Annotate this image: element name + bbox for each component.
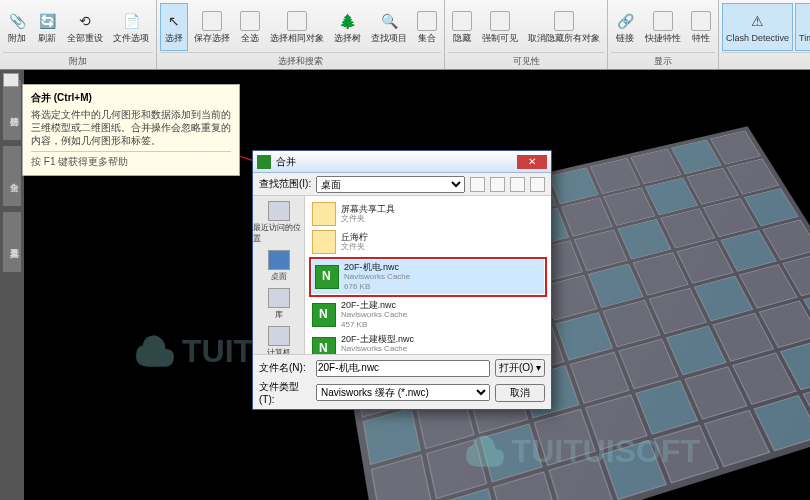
lookin-bar: 查找范围(I): 桌面 (253, 173, 551, 195)
ribbon-group-display: 🔗链接 快捷特性 特性 显示 (608, 0, 719, 69)
clash-icon: ⚠ (748, 11, 768, 31)
save-selection-button[interactable]: 保存选择 (190, 3, 234, 51)
nwc-icon (312, 337, 336, 354)
sidebar-item-selection-tree[interactable]: 选择树 (3, 80, 21, 140)
file-icon: 📄 (121, 11, 141, 31)
timeliner-button[interactable]: 📅TimeLiner (795, 3, 810, 51)
computer-icon (268, 326, 290, 346)
filename-input[interactable] (316, 360, 490, 377)
filename-label: 文件名(N): (259, 361, 311, 375)
ribbon-group-select: ↖选择 保存选择 全选 选择相同对象 🌲选择树 🔍查找项目 集合 选择和搜索 (157, 0, 445, 69)
close-icon[interactable]: ✕ (517, 155, 547, 169)
search-icon: 🔍 (379, 11, 399, 31)
open-button[interactable]: 打开(O) ▾ (495, 359, 545, 377)
place-computer[interactable]: 计算机 (253, 326, 304, 354)
reset-all-button[interactable]: ⟲全部重设 (63, 3, 107, 51)
filetype-label: 文件类型(T): (259, 380, 311, 405)
clash-detective-button[interactable]: ⚠Clash Detective (722, 3, 793, 51)
ribbon-group-project: 📎附加 🔄刷新 ⟲全部重设 📄文件选项 附加 (0, 0, 157, 69)
hide-icon (452, 11, 472, 31)
links-button[interactable]: 🔗链接 (611, 3, 639, 51)
merge-toolbar-icon[interactable] (3, 73, 19, 87)
dialog-titlebar[interactable]: 合并 ✕ (253, 151, 551, 173)
reset-icon: ⟲ (75, 11, 95, 31)
recent-icon (268, 201, 290, 221)
folder-icon (312, 202, 336, 226)
merge-file-dialog: 合并 ✕ 查找范围(I): 桌面 最近访问的位置 桌面 库 计算机 网络 屏幕共… (252, 150, 552, 410)
list-item[interactable]: 20F-土建模型.nwcNavisworks Cache420 KB (309, 332, 547, 354)
require-icon (490, 11, 510, 31)
select-button[interactable]: ↖选择 (160, 3, 188, 51)
lookin-select[interactable]: 桌面 (316, 176, 465, 193)
libraries-icon (268, 288, 290, 308)
folder-icon (312, 230, 336, 254)
back-icon[interactable] (470, 177, 485, 192)
refresh-button[interactable]: 🔄刷新 (33, 3, 61, 51)
lookin-label: 查找范围(I): (259, 177, 311, 191)
same-icon (287, 11, 307, 31)
ribbon-group-label: 附加 (3, 52, 153, 69)
list-item[interactable]: 屏幕共享工具文件夹 (309, 200, 547, 228)
cursor-icon: ↖ (164, 11, 184, 31)
sidebar-item-sets[interactable]: 集合 (3, 146, 21, 206)
append-button[interactable]: 📎附加 (3, 3, 31, 51)
nwc-icon (315, 265, 339, 289)
list-item[interactable]: 丘海柠文件夹 (309, 228, 547, 256)
props-icon (653, 11, 673, 31)
all-icon (240, 11, 260, 31)
filetype-select[interactable]: Navisworks 缓存 (*.nwc) (316, 384, 490, 401)
dialog-title-text: 合并 (276, 155, 296, 169)
cancel-button[interactable]: 取消 (495, 384, 545, 402)
ribbon-group-tools: ⚠Clash Detective 📅TimeLiner 📊Quantificat… (719, 0, 810, 69)
list-item[interactable]: 20F-机电.nwcNavisworks Cache676 KB (312, 260, 544, 294)
unhide-all-button[interactable]: 取消隐藏所有对象 (524, 3, 604, 51)
file-options-button[interactable]: 📄文件选项 (109, 3, 153, 51)
desktop-icon (268, 250, 290, 270)
tree-icon: 🌲 (338, 11, 358, 31)
list-item[interactable]: 20F-土建.nwcNavisworks Cache457 KB (309, 298, 547, 332)
append-icon: 📎 (7, 11, 27, 31)
place-recent[interactable]: 最近访问的位置 (253, 201, 304, 244)
save-icon (202, 11, 222, 31)
ribbon-toolbar: 📎附加 🔄刷新 ⟲全部重设 📄文件选项 附加 ↖选择 保存选择 全选 选择相同对… (0, 0, 810, 70)
up-icon[interactable] (490, 177, 505, 192)
sidebar-item-measure[interactable]: 测量工具 (3, 212, 21, 272)
file-list[interactable]: 屏幕共享工具文件夹 丘海柠文件夹 20F-机电.nwcNavisworks Ca… (305, 196, 551, 354)
newfolder-icon[interactable] (510, 177, 525, 192)
place-libraries[interactable]: 库 (253, 288, 304, 320)
sets-button[interactable]: 集合 (413, 3, 441, 51)
sets-icon (417, 11, 437, 31)
dialog-app-icon (257, 155, 271, 169)
ribbon-group-label: 可见性 (448, 52, 604, 69)
dialog-footer: 文件名(N): 打开(O) ▾ 文件类型(T): Navisworks 缓存 (… (253, 354, 551, 409)
ribbon-group-label: 选择和搜索 (160, 52, 441, 69)
find-items-button[interactable]: 🔍查找项目 (367, 3, 411, 51)
ribbon-group-label: 工具 (722, 52, 810, 69)
selection-tree-button[interactable]: 🌲选择树 (330, 3, 365, 51)
places-bar: 最近访问的位置 桌面 库 计算机 网络 (253, 196, 305, 354)
highlight-box: 20F-机电.nwcNavisworks Cache676 KB (309, 257, 547, 297)
properties-button[interactable]: 特性 (687, 3, 715, 51)
refresh-icon: 🔄 (37, 11, 57, 31)
tooltip-title: 合并 (Ctrl+M) (31, 91, 231, 105)
ribbon-group-label: 显示 (611, 52, 715, 69)
place-desktop[interactable]: 桌面 (253, 250, 304, 282)
link-icon: 🔗 (615, 11, 635, 31)
nwc-icon (312, 303, 336, 327)
tooltip-body: 将选定文件中的几何图形和数据添加到当前的三维模型或二维图纸。合并操作会忽略重复的… (31, 108, 231, 147)
hide-button[interactable]: 隐藏 (448, 3, 476, 51)
list-icon (691, 11, 711, 31)
select-all-button[interactable]: 全选 (236, 3, 264, 51)
watermark-logo: TUITUISOFT (464, 430, 700, 472)
require-button[interactable]: 强制可见 (478, 3, 522, 51)
merge-tooltip: 合并 (Ctrl+M) 将选定文件中的几何图形和数据添加到当前的三维模型或二维图… (22, 84, 240, 176)
unhide-icon (554, 11, 574, 31)
viewmenu-icon[interactable] (530, 177, 545, 192)
select-same-button[interactable]: 选择相同对象 (266, 3, 328, 51)
tooltip-footer: 按 F1 键获得更多帮助 (31, 151, 231, 169)
quick-props-button[interactable]: 快捷特性 (641, 3, 685, 51)
ribbon-group-visibility: 隐藏 强制可见 取消隐藏所有对象 可见性 (445, 0, 608, 69)
